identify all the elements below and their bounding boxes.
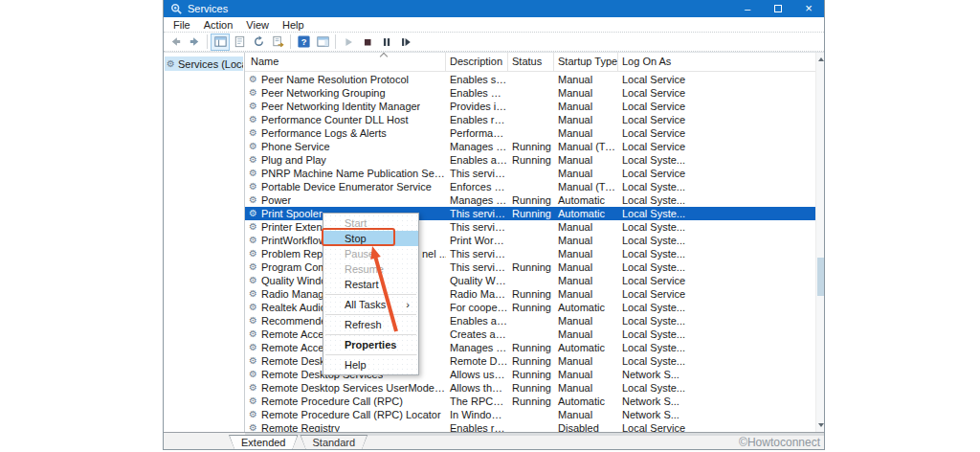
services-window: Services – × FileActionViewHelp	[163, 0, 825, 450]
show-action-pane-button[interactable]	[313, 34, 332, 51]
menu-view[interactable]: View	[239, 17, 276, 32]
column-header-name[interactable]: Name	[245, 53, 446, 71]
service-gear-icon: ⚙	[249, 354, 257, 368]
scroll-up-button[interactable]	[816, 53, 824, 66]
forward-button[interactable]	[185, 34, 204, 51]
column-header-log-on-as[interactable]: Log On As	[618, 53, 815, 71]
table-row[interactable]: ⚙Performance Logs & AlertsPerformanc...M…	[245, 126, 815, 140]
table-row[interactable]: ⚙Remote Desktop Services UserMode Port R…	[245, 381, 815, 395]
service-description-cell: Enables rem...	[446, 113, 508, 126]
service-description-cell: Manages th...	[446, 140, 508, 153]
service-log-on-as-cell: Local Syste...	[618, 354, 815, 368]
service-startup-type-cell: Manual	[554, 408, 618, 421]
service-status-cell: Running	[508, 260, 554, 274]
scrollbar-thumb[interactable]	[817, 258, 824, 296]
service-name-cell: ⚙Phone Service	[245, 140, 446, 153]
service-gear-icon: ⚙	[249, 86, 257, 100]
menu-help[interactable]: Help	[276, 17, 311, 32]
service-gear-icon: ⚙	[249, 220, 257, 234]
service-name-cell: ⚙Peer Networking Identity Manager	[245, 100, 446, 113]
stop-service-button[interactable]	[358, 34, 377, 51]
column-header-startup-type[interactable]: Startup Type	[554, 53, 618, 71]
help-button[interactable]: ?	[294, 34, 313, 51]
tab-extended[interactable]: Extended	[229, 435, 298, 449]
service-name-cell: ⚙Peer Networking Grouping	[245, 86, 446, 100]
properties-button[interactable]	[230, 34, 249, 51]
tree-item-services-local[interactable]: ⚙ Services (Local)	[165, 56, 243, 71]
minimize-button[interactable]: –	[732, 0, 763, 17]
context-menu-separator	[325, 314, 416, 315]
table-row[interactable]: ⚙Peer Networking GroupingEnables mul...M…	[245, 86, 815, 100]
toolbar: ?	[164, 32, 824, 52]
refresh-button[interactable]	[249, 34, 268, 51]
table-row[interactable]: ⚙PNRP Machine Name Publication ServiceTh…	[245, 167, 815, 180]
tab-label: Standard	[301, 436, 367, 449]
maximize-button[interactable]	[763, 0, 793, 17]
service-gear-icon: ⚙	[249, 247, 257, 260]
menu-action[interactable]: Action	[197, 17, 240, 32]
annotation-highlight-rectangle	[322, 228, 395, 246]
back-button[interactable]	[166, 34, 185, 51]
service-startup-type-cell: Manual	[554, 287, 618, 301]
table-row[interactable]: ⚙Peer Networking Identity ManagerProvide…	[245, 100, 815, 113]
service-gear-icon: ⚙	[249, 234, 257, 247]
scroll-down-button[interactable]	[816, 418, 824, 432]
column-header-description[interactable]: Description	[446, 53, 508, 71]
table-row[interactable]: ⚙Peer Name Resolution ProtocolEnables se…	[245, 73, 815, 86]
service-log-on-as-cell: Local Service	[618, 287, 815, 301]
service-description-cell: Performanc...	[446, 126, 508, 140]
service-status-cell: Running	[508, 301, 554, 314]
column-header-status[interactable]: Status	[508, 53, 554, 71]
service-gear-icon: ⚙	[249, 301, 257, 314]
service-log-on-as-cell: Network S...	[618, 368, 815, 381]
title-bar: Services – ×	[164, 0, 824, 17]
service-status-cell: Running	[508, 341, 554, 354]
service-description-cell: For coopera...	[446, 301, 508, 314]
table-row[interactable]: ⚙PowerManages p...RunningAutomaticLocal …	[245, 193, 815, 207]
service-description-cell: This service ...	[446, 167, 508, 180]
close-button[interactable]: ×	[793, 0, 824, 17]
service-startup-type-cell: Manual	[554, 368, 618, 381]
table-row[interactable]: ⚙Remote Procedure Call (RPC) LocatorIn W…	[245, 408, 815, 421]
context-menu-item-help[interactable]: Help	[323, 357, 418, 373]
pause-service-button[interactable]	[377, 34, 396, 51]
table-row[interactable]: ⚙Portable Device Enumerator ServiceEnfor…	[245, 180, 815, 193]
context-menu-item-restart[interactable]: Restart	[323, 277, 418, 292]
service-gear-icon: ⚙	[249, 395, 257, 408]
export-list-button[interactable]	[268, 34, 287, 51]
service-log-on-as-cell: Local Service	[618, 140, 815, 153]
restart-service-button[interactable]	[396, 34, 415, 51]
service-log-on-as-cell: Local Service	[618, 126, 815, 140]
table-row[interactable]: ⚙Performance Counter DLL HostEnables rem…	[245, 113, 815, 126]
service-name-cell: ⚙Remote Desktop Services UserMode Port R…	[245, 381, 446, 395]
tab-standard[interactable]: Standard	[300, 435, 368, 449]
service-name-cell: ⚙Peer Name Resolution Protocol	[245, 73, 446, 86]
vertical-scrollbar[interactable]	[815, 53, 824, 432]
show-console-tree-button[interactable]	[211, 34, 230, 51]
menu-bar: FileActionViewHelp	[164, 17, 824, 32]
service-log-on-as-cell: Local Syste...	[618, 341, 815, 354]
service-startup-type-cell: Automatic	[554, 395, 618, 408]
context-menu-item-refresh[interactable]: Refresh	[323, 317, 418, 332]
start-service-button[interactable]	[339, 34, 358, 51]
table-row[interactable]: ⚙Remote RegistryEnables rem...DisabledLo…	[245, 421, 815, 432]
service-status-cell	[508, 73, 554, 86]
context-menu-item-properties[interactable]: Properties	[323, 337, 418, 352]
context-menu-separator	[325, 354, 416, 355]
table-row[interactable]: ⚙Plug and PlayEnables a c...RunningManua…	[245, 153, 815, 167]
service-startup-type-cell: Manual	[554, 100, 618, 113]
service-log-on-as-cell: Local Service	[618, 421, 815, 432]
table-row[interactable]: ⚙Remote Procedure Call (RPC)The RPCSS ..…	[245, 395, 815, 408]
service-description-cell: This service ...	[446, 207, 508, 220]
service-description-cell: This service ...	[446, 260, 508, 274]
service-description-cell: Allows user...	[446, 368, 508, 381]
context-menu-item-pause[interactable]: Pause	[323, 246, 418, 261]
context-menu-item-resume[interactable]: Resume	[323, 261, 418, 277]
table-row[interactable]: ⚙Phone ServiceManages th...RunningManual…	[245, 140, 815, 153]
service-gear-icon: ⚙	[249, 140, 257, 153]
service-gear-icon: ⚙	[249, 113, 257, 126]
service-status-cell	[508, 328, 554, 341]
menu-file[interactable]: File	[167, 17, 197, 32]
context-menu-item-all-tasks[interactable]: All Tasks›	[323, 297, 418, 312]
service-startup-type-cell: Manual	[554, 247, 618, 260]
